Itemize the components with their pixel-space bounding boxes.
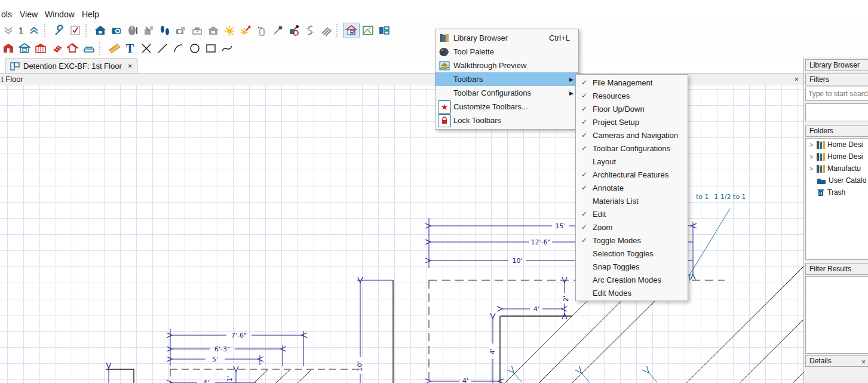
submenu-item-resources[interactable]: ✓Resources bbox=[576, 89, 688, 102]
lock-toolbars-icon bbox=[438, 114, 451, 127]
roof-tiles-tool-icon[interactable] bbox=[48, 41, 65, 56]
mouse-navigation-icon[interactable] bbox=[124, 23, 140, 38]
submenu-item-annotate[interactable]: ✓Annotate bbox=[576, 181, 688, 194]
check-icon: ✓ bbox=[576, 78, 593, 87]
picture-panel-toggle[interactable] bbox=[360, 23, 376, 38]
spray-can-icon[interactable] bbox=[253, 23, 269, 38]
library-browser-header[interactable]: Library Browser bbox=[805, 59, 868, 71]
dimension-ruler-icon[interactable] bbox=[106, 41, 122, 56]
menu-item-walkthrough-preview[interactable]: Walkthrough Preview bbox=[435, 59, 578, 72]
record-walkthrough-icon[interactable] bbox=[173, 23, 189, 38]
tree-item-home-design-2[interactable]: > Home Desi bbox=[806, 151, 868, 163]
color-chooser-eyedropper-icon[interactable] bbox=[286, 23, 302, 38]
submenu-item-layout[interactable]: Layout bbox=[576, 155, 688, 168]
walkthrough-footprints-icon[interactable] bbox=[157, 23, 173, 38]
tab-close-icon[interactable]: × bbox=[128, 62, 133, 71]
dim-label-1ft: 1' bbox=[226, 376, 233, 381]
adjust-lights-icon[interactable] bbox=[237, 23, 253, 38]
details-title: Details bbox=[809, 357, 832, 365]
floor-up-icon[interactable] bbox=[26, 23, 42, 38]
menu-tools-partial[interactable]: ols bbox=[1, 10, 12, 19]
eyedropper-icon[interactable] bbox=[269, 23, 286, 38]
dimension-10ft-left: 10' bbox=[356, 280, 393, 383]
home-view-icon[interactable] bbox=[92, 23, 108, 38]
folders-header[interactable]: Folders bbox=[805, 125, 868, 137]
submenu-item-cameras-and-navigation[interactable]: ✓Cameras and Navigation bbox=[576, 128, 688, 142]
tree-expander-icon[interactable]: > bbox=[808, 165, 814, 172]
submenu-item-materials-list[interactable]: Materials List bbox=[576, 194, 688, 207]
submenu-item-snap-toggles[interactable]: Snap Toggles bbox=[576, 260, 688, 273]
slab-tool-icon[interactable] bbox=[81, 41, 97, 56]
submenu-item-toggle-modes[interactable]: ✓Toggle Modes bbox=[576, 234, 688, 247]
camera-view-icon[interactable] bbox=[108, 23, 124, 38]
submenu-item-file-management[interactable]: ✓File Management bbox=[576, 76, 688, 89]
tree-item-manufacturer[interactable]: > Manufactu bbox=[806, 163, 868, 174]
spline-tool-icon[interactable] bbox=[219, 41, 235, 56]
menu-item-lock-toolbars[interactable]: Lock Toolbars bbox=[435, 114, 578, 127]
exterior-wall-tool-icon[interactable] bbox=[0, 41, 16, 56]
library-browser-toggle-active[interactable] bbox=[343, 23, 360, 38]
menu-item-library-browser[interactable]: Library Browser Ctrl+L bbox=[435, 31, 578, 45]
view-context-menu: Library Browser Ctrl+L Tool Palette Walk… bbox=[435, 29, 579, 130]
build-tools-icon[interactable] bbox=[140, 23, 157, 38]
tree-expander-icon[interactable]: > bbox=[808, 153, 814, 160]
circle-tool-icon[interactable] bbox=[186, 41, 203, 56]
menu-item-toolbars[interactable]: Toolbars ▶ bbox=[435, 72, 578, 86]
sunlight-icon[interactable] bbox=[221, 23, 237, 38]
toolbar-separator bbox=[99, 42, 104, 55]
tree-item-user-catalog[interactable]: User Catalo bbox=[806, 174, 868, 186]
submenu-item-floor-up-down[interactable]: ✓Floor Up/Down bbox=[576, 102, 688, 115]
menu-item-tool-palette[interactable]: Tool Palette bbox=[435, 45, 578, 59]
menu-item-toolbar-configurations[interactable]: Toolbar Configurations ▶ bbox=[435, 86, 578, 100]
tree-item-home-design-1[interactable]: > Home Desi bbox=[806, 139, 868, 151]
roof-house-tool-icon[interactable] bbox=[65, 41, 81, 56]
framing-tool-icon[interactable] bbox=[32, 41, 48, 56]
submenu-item-arc-creation-modes[interactable]: Arc Creation Modes bbox=[576, 273, 688, 286]
submenu-item-edit-modes[interactable]: Edit Modes bbox=[576, 286, 688, 299]
settings-wrench-icon[interactable] bbox=[51, 23, 67, 38]
house-grey-icon[interactable] bbox=[205, 23, 221, 38]
submenu-item-selection-toggles[interactable]: Selection Toggles bbox=[576, 247, 688, 260]
library-search-input[interactable] bbox=[805, 87, 868, 101]
floor-down-icon[interactable] bbox=[0, 23, 16, 38]
hatch-pattern-icon[interactable] bbox=[318, 23, 334, 38]
dimension-group-bottom-left bbox=[109, 329, 303, 383]
text-tool-icon[interactable]: T bbox=[122, 41, 138, 56]
disconnect-edges-icon[interactable] bbox=[302, 23, 318, 38]
check-icon: ✓ bbox=[576, 144, 593, 152]
menu-view[interactable]: View bbox=[20, 10, 38, 19]
floor-indicator[interactable]: 1 bbox=[16, 23, 26, 38]
filters-box[interactable] bbox=[805, 103, 868, 121]
line-tool-icon[interactable] bbox=[154, 41, 170, 56]
filter-results-box[interactable] bbox=[805, 276, 868, 354]
arc-tool-icon[interactable] bbox=[170, 41, 186, 56]
submenu-item-zoom[interactable]: ✓Zoom bbox=[576, 220, 688, 234]
cross-marker-tool-icon[interactable] bbox=[138, 41, 154, 56]
details-header[interactable]: Details × bbox=[805, 355, 868, 367]
filter-results-header[interactable]: Filter Results bbox=[805, 263, 868, 275]
rectangle-tool-icon[interactable] bbox=[203, 41, 219, 56]
default-settings-icon[interactable] bbox=[67, 23, 83, 38]
menu-item-customize-toolbars[interactable]: ★ Customize Toolbars... bbox=[435, 100, 578, 114]
menu-window[interactable]: Window bbox=[45, 10, 75, 19]
dimension-4ft-mid: 4' bbox=[502, 305, 562, 313]
layout-panels-toggle[interactable] bbox=[376, 23, 392, 38]
filters-header[interactable]: Filters bbox=[805, 73, 868, 85]
submenu-item-toolbar-configurations[interactable]: ✓Toolbar Configurations bbox=[576, 142, 688, 155]
menu-help[interactable]: Help bbox=[82, 10, 99, 19]
submenu-item-edit[interactable]: ✓Edit bbox=[576, 207, 688, 220]
cabinet-tools-icon[interactable] bbox=[189, 23, 205, 38]
library-books-icon bbox=[817, 141, 825, 149]
window-tool-icon[interactable] bbox=[16, 41, 32, 56]
submenu-item-label: Project Setup bbox=[593, 118, 639, 127]
tree-item-label: Manufactu bbox=[827, 164, 861, 173]
tree-expander-icon[interactable]: > bbox=[808, 141, 814, 148]
view-close-icon[interactable]: × bbox=[794, 75, 799, 84]
submenu-item-architectural-features[interactable]: ✓Architectural Features bbox=[576, 168, 688, 181]
dim-label-7ft6: 7'-6" bbox=[231, 332, 247, 339]
details-close-icon[interactable]: × bbox=[861, 357, 866, 368]
submenu-item-project-setup[interactable]: ✓Project Setup bbox=[576, 115, 688, 128]
tab-label: Detention EXC-BF: 1st Floor bbox=[23, 62, 122, 71]
tree-item-trash[interactable]: Trash bbox=[806, 186, 868, 198]
tab-detention-exc-bf[interactable]: Detention EXC-BF: 1st Floor × bbox=[5, 59, 137, 73]
